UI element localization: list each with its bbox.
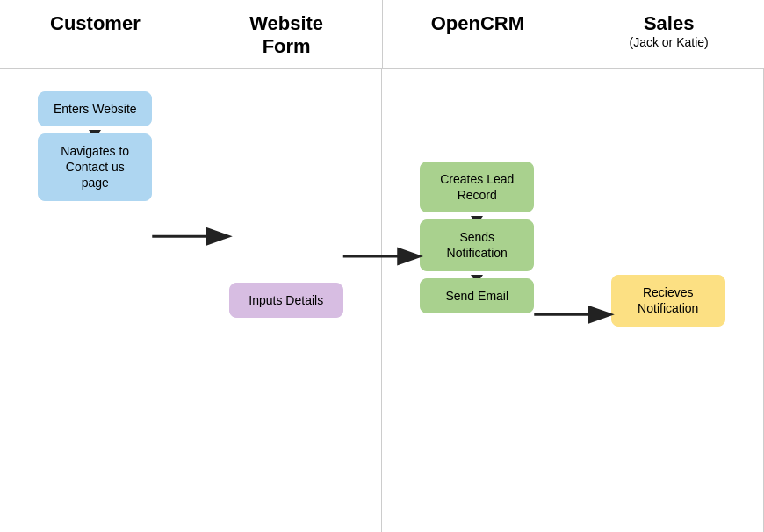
lane-customer: Enters Website Navigates to Contact us p… xyxy=(0,69,191,532)
sales-title: Sales xyxy=(582,12,755,35)
lane-website: Inputs Details xyxy=(191,69,383,532)
header-row: Customer WebsiteForm OpenCRM Sales (Jack… xyxy=(0,0,764,69)
opencrm-title: OpenCRM xyxy=(392,12,565,35)
box-inputs-details: Inputs Details xyxy=(229,283,343,318)
website-title: WebsiteForm xyxy=(200,12,373,59)
content-row: Enters Website Navigates to Contact us p… xyxy=(0,69,764,532)
col-header-sales: Sales (Jack or Katie) xyxy=(573,0,764,68)
box-send-email: Send Email xyxy=(420,278,534,313)
col-header-website: WebsiteForm xyxy=(191,0,383,68)
col-header-customer: Customer xyxy=(0,0,191,68)
box-enters-website: Enters Website xyxy=(38,91,152,126)
box-sends-notification: Sends Notification xyxy=(420,219,534,270)
box-receives-notification: Recieves Notification xyxy=(611,275,725,326)
swim-lane-diagram: Customer WebsiteForm OpenCRM Sales (Jack… xyxy=(0,0,764,532)
sales-subtitle: (Jack or Katie) xyxy=(582,35,755,49)
lane-opencrm: Creates Lead Record Sends Notification S… xyxy=(382,69,573,532)
col-header-opencrm: OpenCRM xyxy=(383,0,574,68)
customer-title: Customer xyxy=(9,12,182,35)
lane-sales: Recieves Notification xyxy=(573,69,765,532)
box-navigates: Navigates to Contact us page xyxy=(38,133,152,201)
box-creates-lead: Creates Lead Record xyxy=(420,162,534,212)
